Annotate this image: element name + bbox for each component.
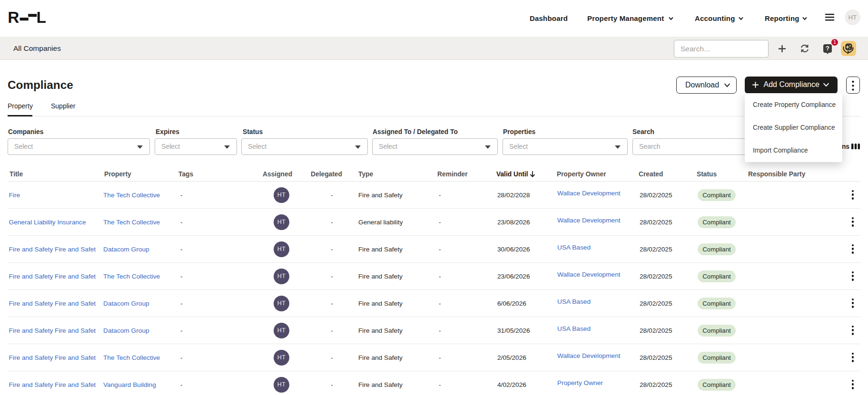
svg-text:L: L: [36, 10, 46, 23]
svg-text:R: R: [9, 10, 19, 23]
